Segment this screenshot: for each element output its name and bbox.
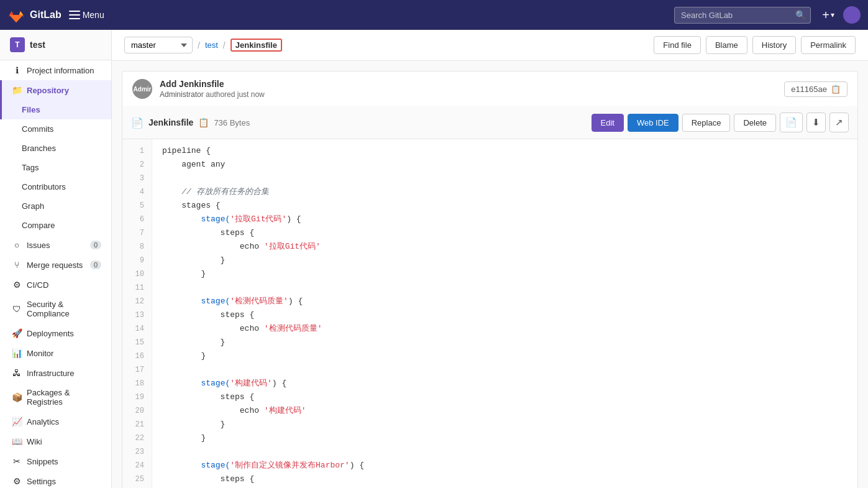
commit-authored-text: authored xyxy=(206,90,237,99)
sidebar-item-deployments[interactable]: 🚀 Deployments xyxy=(0,323,111,343)
web-ide-button[interactable]: Web IDE xyxy=(628,114,678,132)
code-line: steps { xyxy=(162,226,857,240)
sidebar-item-security[interactable]: 🛡 Security & Compliance xyxy=(0,295,111,323)
sidebar-item-commits[interactable]: Commits xyxy=(0,119,111,139)
code-line: steps { xyxy=(162,308,857,322)
sidebar-item-label: Issues xyxy=(27,241,50,250)
breadcrumb-sep-2: / xyxy=(223,40,226,50)
code-line: } xyxy=(162,349,857,363)
avatar[interactable] xyxy=(843,6,861,24)
find-file-button[interactable]: Find file xyxy=(654,36,701,54)
project-name: test xyxy=(30,40,45,50)
issues-icon: ○ xyxy=(12,240,22,250)
line-number: 21 xyxy=(122,418,152,431)
header-actions: Find file Blame History Permalink xyxy=(654,36,856,54)
commit-sha-button[interactable]: e11165ae 📋 xyxy=(784,81,847,97)
sidebar-item-files[interactable]: Files xyxy=(0,100,111,119)
line-number: 15 xyxy=(122,336,152,349)
sidebar-item-analytics[interactable]: 📈 Analytics xyxy=(0,412,111,431)
commit-meta: Administrator authored just now xyxy=(160,90,777,99)
download-raw-icon-button[interactable]: 📄 xyxy=(780,113,803,132)
sidebar-item-cicd[interactable]: ⚙ CI/CD xyxy=(0,275,111,295)
sidebar-item-wiki[interactable]: 📖 Wiki xyxy=(0,431,111,451)
sidebar-item-packages[interactable]: 📦 Packages & Registries xyxy=(0,383,111,412)
permalink-button[interactable]: Permalink xyxy=(801,36,856,54)
code-line: // 存放所有任务的合集 xyxy=(162,185,857,199)
snippets-icon: ✂ xyxy=(12,456,22,466)
sidebar-item-tags[interactable]: Tags xyxy=(0,158,111,177)
copy-sha-icon: 📋 xyxy=(831,85,841,94)
delete-button[interactable]: Delete xyxy=(734,114,776,132)
sidebar-item-label: Settings xyxy=(27,477,56,486)
download-file-icon-button[interactable]: ⬇ xyxy=(806,113,826,132)
line-number: 10 xyxy=(122,267,152,281)
svg-rect-1 xyxy=(69,14,80,16)
code-line: } xyxy=(162,267,857,281)
code-line xyxy=(162,445,857,459)
code-lines: pipeline { agent any // 存放所有任务的合集 stages… xyxy=(152,139,857,488)
edit-button[interactable]: Edit xyxy=(592,114,624,132)
line-number: 23 xyxy=(122,445,152,459)
deploy-icon: 🚀 xyxy=(12,328,22,338)
search-input[interactable] xyxy=(674,7,811,24)
commit-title: Add Jenkinsfile xyxy=(160,79,777,89)
code-line: pipeline { xyxy=(162,144,857,158)
sidebar-item-project-information[interactable]: ℹ Project information xyxy=(0,60,111,80)
code-line: echo '检测代码质量' xyxy=(162,322,857,336)
line-number: 22 xyxy=(122,431,152,445)
sidebar-item-merge-requests[interactable]: ⑂ Merge requests 0 xyxy=(0,255,111,275)
sidebar: T test ℹ Project information 📁 Repositor… xyxy=(0,30,112,488)
open-external-icon-button[interactable]: ↗ xyxy=(829,113,849,132)
create-button[interactable]: + ▾ xyxy=(818,5,838,25)
commit-author: Administrator xyxy=(160,90,204,99)
topnav: GitLab Menu 🔍 + ▾ xyxy=(0,0,868,30)
line-number: 14 xyxy=(122,322,152,336)
sidebar-item-infrastructure[interactable]: 🖧 Infrastructure xyxy=(0,363,111,383)
sidebar-item-label: Analytics xyxy=(27,417,59,426)
code-line: } xyxy=(162,254,857,267)
line-number: 3 xyxy=(122,172,152,185)
line-number: 1 xyxy=(122,144,152,158)
copy-filename-icon[interactable]: 📋 xyxy=(198,117,209,127)
sidebar-item-snippets[interactable]: ✂ Snippets xyxy=(0,451,111,471)
sidebar-item-issues[interactable]: ○ Issues 0 xyxy=(0,235,111,255)
sidebar-item-graph[interactable]: Graph xyxy=(0,196,111,216)
file-name: Jenkinsfile xyxy=(148,117,193,127)
branch-select[interactable]: master xyxy=(124,37,193,53)
blame-button[interactable]: Blame xyxy=(706,36,747,54)
code-line: steps { xyxy=(162,472,857,486)
svg-rect-2 xyxy=(69,18,80,19)
commit-bar: Admir Add Jenkinsfile Administrator auth… xyxy=(122,71,858,106)
sidebar-item-monitor[interactable]: 📊 Monitor xyxy=(0,343,111,363)
cicd-icon: ⚙ xyxy=(12,280,22,290)
breadcrumb-project-link[interactable]: test xyxy=(205,40,218,50)
merge-icon: ⑂ xyxy=(12,260,22,270)
replace-button[interactable]: Replace xyxy=(682,114,731,132)
plus-chevron-icon: ▾ xyxy=(831,11,834,19)
file-size: 736 Bytes xyxy=(214,118,250,127)
code-line: echo '构建代码' xyxy=(162,404,857,418)
menu-button[interactable]: Menu xyxy=(69,10,104,20)
content-area: master / test / Jenkinsfile Find file Bl… xyxy=(112,30,868,488)
analytics-icon: 📈 xyxy=(12,417,22,426)
history-button[interactable]: History xyxy=(752,36,796,54)
sidebar-item-settings[interactable]: ⚙ Settings xyxy=(0,471,111,488)
svg-rect-0 xyxy=(69,11,80,12)
sidebar-item-repository[interactable]: 📁 Repository xyxy=(0,80,111,100)
topnav-actions: + ▾ xyxy=(818,5,861,25)
project-header[interactable]: T test xyxy=(0,30,111,60)
sidebar-item-branches[interactable]: Branches xyxy=(0,139,111,158)
code-line: steps { xyxy=(162,390,857,404)
code-line: echo '拉取Git代码' xyxy=(162,240,857,254)
code-line: stages { xyxy=(162,199,857,213)
commit-avatar: Admir xyxy=(132,79,152,99)
project-avatar: T xyxy=(10,37,25,52)
code-line: } xyxy=(162,418,857,431)
sidebar-item-contributors[interactable]: Contributors xyxy=(0,177,111,196)
sidebar-item-label: Wiki xyxy=(27,437,42,446)
line-number: 13 xyxy=(122,308,152,322)
sidebar-item-label: Security & Compliance xyxy=(27,300,101,318)
sidebar-item-compare[interactable]: Compare xyxy=(0,216,111,235)
code-area: 1234567891011121314151617181920212223242… xyxy=(122,139,857,488)
shield-icon: 🛡 xyxy=(12,304,22,314)
